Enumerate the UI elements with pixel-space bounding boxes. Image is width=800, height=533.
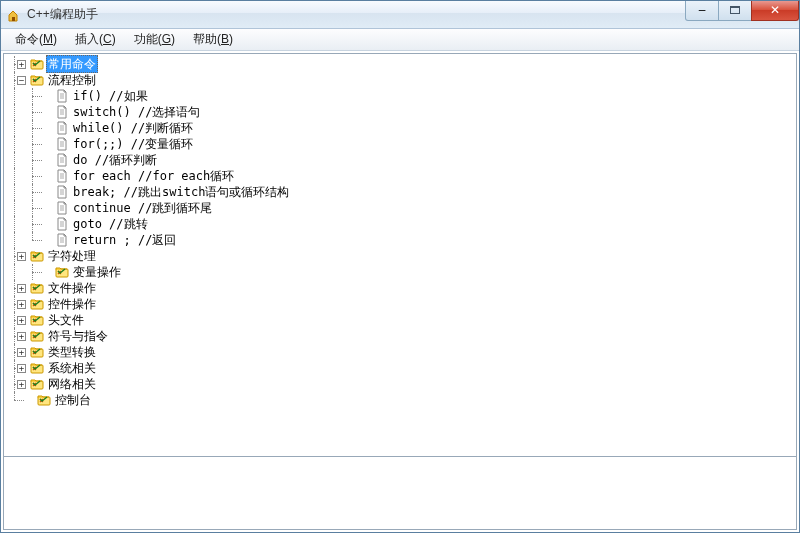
tree-label[interactable]: for each //for each循环 — [71, 168, 236, 184]
folder-icon — [30, 249, 44, 263]
svg-rect-38 — [31, 301, 43, 309]
svg-rect-36 — [56, 269, 68, 277]
titlebar[interactable]: C++编程助手 – ✕ — [1, 1, 799, 29]
file-icon — [55, 153, 69, 167]
tree-folder[interactable]: +网络相关 — [6, 376, 796, 392]
bottom-pane[interactable] — [4, 457, 796, 529]
tree-label[interactable]: 文件操作 — [46, 280, 98, 296]
folder-icon — [30, 329, 44, 343]
svg-rect-40 — [31, 333, 43, 341]
tree-label[interactable]: if() //如果 — [71, 88, 150, 104]
menubar: 命令(M) 插入(C) 功能(G) 帮助(B) — [1, 29, 799, 51]
folder-icon — [30, 313, 44, 327]
collapse-icon[interactable]: − — [17, 76, 26, 85]
file-icon — [55, 185, 69, 199]
tree-item[interactable]: for each //for each循环 — [6, 168, 796, 184]
tree-label[interactable]: for(;;) //变量循环 — [71, 136, 195, 152]
minimize-button[interactable]: – — [685, 1, 719, 21]
tree-item[interactable]: return ; //返回 — [6, 232, 796, 248]
window-controls: – ✕ — [686, 1, 799, 21]
folder-icon — [55, 265, 69, 279]
tree-label[interactable]: break; //跳出switch语句或循环结构 — [71, 184, 291, 200]
tree-folder[interactable]: 变量操作 — [6, 264, 796, 280]
tree-item[interactable]: if() //如果 — [6, 88, 796, 104]
tree-folder[interactable]: +符号与指令 — [6, 328, 796, 344]
svg-rect-42 — [31, 365, 43, 373]
file-icon — [55, 89, 69, 103]
expand-icon[interactable]: + — [17, 332, 26, 341]
folder-icon — [30, 377, 44, 391]
tree-label[interactable]: do //循环判断 — [71, 152, 159, 168]
menu-insert[interactable]: 插入(C) — [67, 29, 124, 50]
folder-icon — [30, 297, 44, 311]
tree-label[interactable]: 控制台 — [53, 392, 93, 408]
svg-rect-37 — [31, 285, 43, 293]
tree-folder[interactable]: 控制台 — [6, 392, 796, 408]
expand-icon[interactable]: + — [17, 252, 26, 261]
tree-label[interactable]: 常用命令 — [46, 55, 98, 73]
menu-command[interactable]: 命令(M) — [7, 29, 65, 50]
tree-label[interactable]: 流程控制 — [46, 72, 98, 88]
app-window: C++编程助手 – ✕ 命令(M) 插入(C) 功能(G) 帮助(B) +常用命… — [0, 0, 800, 533]
svg-rect-44 — [38, 397, 50, 405]
tree-label[interactable]: 类型转换 — [46, 344, 98, 360]
svg-rect-4 — [31, 77, 43, 85]
tree-pane[interactable]: +常用命令−流程控制if() //如果switch() //选择语句while(… — [4, 54, 796, 457]
svg-rect-43 — [31, 381, 43, 389]
folder-icon — [37, 393, 51, 407]
file-icon — [55, 137, 69, 151]
expand-icon[interactable]: + — [17, 316, 26, 325]
tree-item[interactable]: while() //判断循环 — [6, 120, 796, 136]
tree-folder[interactable]: +控件操作 — [6, 296, 796, 312]
close-button[interactable]: ✕ — [751, 1, 799, 21]
app-icon — [7, 7, 23, 23]
tree-item[interactable]: break; //跳出switch语句或循环结构 — [6, 184, 796, 200]
tree-folder[interactable]: +系统相关 — [6, 360, 796, 376]
tree-label[interactable]: 符号与指令 — [46, 328, 110, 344]
tree-folder[interactable]: +字符处理 — [6, 248, 796, 264]
menu-help[interactable]: 帮助(B) — [185, 29, 241, 50]
tree-item[interactable]: continue //跳到循环尾 — [6, 200, 796, 216]
tree-folder[interactable]: +常用命令 — [6, 56, 796, 72]
tree-item[interactable]: do //循环判断 — [6, 152, 796, 168]
expand-icon[interactable]: + — [17, 348, 26, 357]
expand-icon[interactable]: + — [17, 364, 26, 373]
tree-root: +常用命令−流程控制if() //如果switch() //选择语句while(… — [6, 56, 796, 408]
expand-icon[interactable]: + — [17, 380, 26, 389]
tree-label[interactable]: 字符处理 — [46, 248, 98, 264]
tree-item[interactable]: switch() //选择语句 — [6, 104, 796, 120]
tree-label[interactable]: goto //跳转 — [71, 216, 150, 232]
expand-icon[interactable]: + — [17, 300, 26, 309]
expand-icon[interactable]: + — [17, 284, 26, 293]
file-icon — [55, 121, 69, 135]
tree-label[interactable]: continue //跳到循环尾 — [71, 200, 214, 216]
tree-item[interactable]: goto //跳转 — [6, 216, 796, 232]
svg-rect-35 — [31, 253, 43, 261]
menu-function[interactable]: 功能(G) — [126, 29, 183, 50]
expand-icon[interactable]: + — [17, 60, 26, 69]
tree-label[interactable]: switch() //选择语句 — [71, 104, 202, 120]
tree-label[interactable]: while() //判断循环 — [71, 120, 195, 136]
tree-label[interactable]: 系统相关 — [46, 360, 98, 376]
folder-icon — [30, 361, 44, 375]
svg-rect-0 — [12, 17, 15, 21]
file-icon — [55, 169, 69, 183]
svg-rect-3 — [31, 61, 43, 69]
tree-folder[interactable]: +文件操作 — [6, 280, 796, 296]
folder-icon — [30, 73, 44, 87]
tree-folder[interactable]: +头文件 — [6, 312, 796, 328]
tree-folder[interactable]: −流程控制 — [6, 72, 796, 88]
maximize-button[interactable] — [718, 1, 752, 21]
folder-icon — [30, 57, 44, 71]
tree-folder[interactable]: +类型转换 — [6, 344, 796, 360]
content-area: +常用命令−流程控制if() //如果switch() //选择语句while(… — [3, 53, 797, 530]
tree-label[interactable]: 变量操作 — [71, 264, 123, 280]
tree-label[interactable]: return ; //返回 — [71, 232, 178, 248]
tree-label[interactable]: 头文件 — [46, 312, 86, 328]
tree-label[interactable]: 网络相关 — [46, 376, 98, 392]
folder-icon — [30, 345, 44, 359]
file-icon — [55, 105, 69, 119]
tree-item[interactable]: for(;;) //变量循环 — [6, 136, 796, 152]
maximize-icon — [730, 6, 740, 14]
tree-label[interactable]: 控件操作 — [46, 296, 98, 312]
